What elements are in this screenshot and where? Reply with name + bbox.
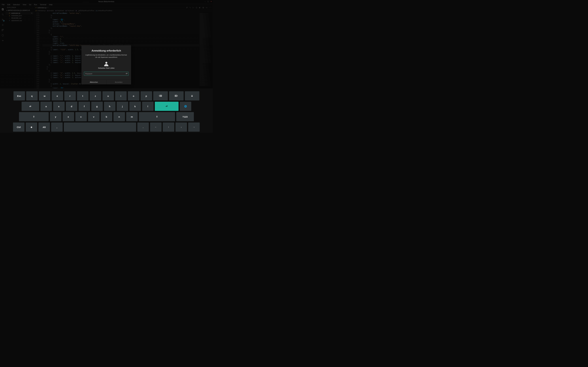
window-maximize-button[interactable]: ▢ (207, 1, 209, 2)
editor-tabbar: JS extension.js × ⇄ ⤡ ▷ ◫ ◐ ▥ ▭ ⋯ (34, 6, 213, 9)
more-icon[interactable]: ⋯ (209, 7, 211, 8)
key-label: s (58, 105, 60, 108)
key-z[interactable]: z (90, 91, 101, 100)
key-↓[interactable]: ↓ (175, 123, 187, 132)
file-item[interactable]: ⭑README.md (6, 17, 34, 19)
keyboard-row: ⇧yxcvbnm⇧?123 (19, 112, 194, 121)
menu-go[interactable]: Go (28, 3, 33, 6)
key-u[interactable]: u (103, 91, 114, 100)
key-d[interactable]: d (66, 102, 77, 111)
key-n[interactable]: n (113, 112, 125, 121)
key-label: o (133, 95, 134, 97)
explorer-icon[interactable] (1, 8, 4, 11)
account-icon[interactable] (1, 34, 4, 37)
breadcrumb-icon: ⊞ (66, 10, 67, 11)
key-⏎[interactable]: ⏎ (155, 102, 179, 111)
key-l[interactable]: l (142, 102, 154, 111)
layout-icon[interactable]: ▥ (202, 7, 204, 8)
menu-edit[interactable]: Edit (6, 3, 11, 6)
key-f[interactable]: f (78, 102, 90, 111)
key-q[interactable]: q (26, 91, 38, 100)
extensions-icon[interactable] (1, 29, 4, 32)
key-◆[interactable]: ◆ (26, 123, 37, 132)
key-space[interactable] (64, 123, 136, 132)
key-,[interactable]: , (51, 123, 63, 132)
window-close-button[interactable]: ✕ (211, 1, 212, 2)
key-⇄[interactable]: ⇄ (22, 102, 39, 111)
file-item[interactable]: {}metadata.json (6, 14, 34, 17)
key-⇧[interactable]: ⇧ (19, 112, 49, 121)
tab-close-icon[interactable]: × (47, 7, 48, 8)
breadcrumb-item[interactable]: _getDefaultKeysForRow (78, 10, 94, 11)
menu-run[interactable]: Run (33, 3, 38, 6)
key-↑[interactable]: ↑ (163, 123, 174, 132)
key-y[interactable]: y (50, 112, 61, 121)
panel-icon[interactable]: ▭ (206, 7, 207, 8)
auth-dialog: Anmeldung erforderlich Legitimierung ist… (81, 45, 131, 84)
key-m[interactable]: m (126, 112, 138, 121)
key-.[interactable]: . (137, 123, 149, 132)
menu-terminal[interactable]: Terminal (39, 3, 48, 6)
breadcrumb-item[interactable]: enable (49, 10, 54, 11)
theme-icon[interactable]: ◐ (199, 7, 201, 8)
key-⌦[interactable]: ⌦ (169, 91, 184, 100)
run-icon[interactable]: ▷ (193, 7, 194, 8)
key-←[interactable]: ← (150, 123, 162, 132)
key-k[interactable]: k (130, 102, 141, 111)
key-h[interactable]: h (104, 102, 115, 111)
key-v[interactable]: v (88, 112, 100, 121)
compare-icon[interactable]: ⇄ (186, 7, 188, 8)
key-b[interactable]: b (101, 112, 112, 121)
key-⇧[interactable]: ⇧ (139, 112, 175, 121)
key-label: ↑ (168, 126, 169, 128)
key-a[interactable]: a (40, 102, 52, 111)
breadcrumb-item[interactable]: extension.js (37, 10, 46, 11)
toggle-password-visibility-icon[interactable] (126, 73, 128, 75)
key-r[interactable]: r (64, 91, 76, 100)
file-name: README.md (11, 17, 21, 19)
search-icon[interactable] (1, 13, 4, 16)
menu-help[interactable]: Help (48, 3, 54, 6)
copilot-icon[interactable] (1, 39, 4, 42)
key-⇊[interactable]: ⇊ (185, 91, 199, 100)
key-t[interactable]: t (77, 91, 88, 100)
key-esc[interactable]: Esc (13, 91, 25, 100)
breadcrumb-item[interactable]: defaultKeysPostMod (98, 10, 112, 11)
toggle-icon[interactable]: ⤡ (190, 7, 191, 8)
key-label: ⇊ (191, 95, 193, 97)
key-s[interactable]: s (53, 102, 65, 111)
key-alt[interactable]: Alt (38, 123, 50, 132)
breadcrumb-item[interactable]: Keyboard (57, 10, 64, 11)
menu-view[interactable]: View (21, 3, 27, 6)
key-o[interactable]: o (128, 91, 139, 100)
window-minimize-button[interactable]: – (205, 1, 206, 2)
split-icon[interactable]: ◫ (196, 7, 197, 8)
menu-file[interactable]: File (1, 3, 6, 6)
password-input[interactable] (84, 72, 129, 76)
breadcrumb-item[interactable]: Keyboard (67, 10, 74, 11)
key-x[interactable]: x (63, 112, 74, 121)
file-item[interactable]: JSextension.jsM (6, 12, 34, 14)
file-item[interactable]: #stylesheet.css (6, 19, 34, 22)
key-p[interactable]: p (141, 91, 152, 100)
key-🌐[interactable]: 🌐 (180, 102, 191, 111)
run-debug-icon[interactable] (1, 24, 4, 26)
key-c[interactable]: c (75, 112, 87, 121)
editor-tab[interactable]: JS extension.js × (34, 6, 50, 9)
key-e[interactable]: e (52, 91, 63, 100)
key-?123[interactable]: ?123 (176, 112, 194, 121)
key-⌫[interactable]: ⌫ (153, 91, 168, 100)
key-→[interactable]: → (188, 123, 200, 132)
key-j[interactable]: j (117, 102, 128, 111)
key-label: d (71, 105, 72, 108)
workspace-folder[interactable]: IMPROVEDOSK@LUEBKE.IO (6, 9, 34, 12)
cancel-button[interactable]: Abbrechen (81, 80, 106, 84)
menu-selection[interactable]: Selection (12, 3, 21, 6)
key-g[interactable]: g (91, 102, 103, 111)
key-w[interactable]: w (39, 91, 50, 100)
key-i[interactable]: i (115, 91, 127, 100)
submit-button[interactable]: Anmelden (106, 80, 131, 84)
key-ctrl[interactable]: Ctrl (13, 123, 25, 132)
source-control-icon[interactable]: 1 (1, 18, 4, 21)
breadcrumb[interactable]: JSextension.js›⊞enable›⊞Keyboard›⊞Keyboa… (34, 9, 213, 12)
